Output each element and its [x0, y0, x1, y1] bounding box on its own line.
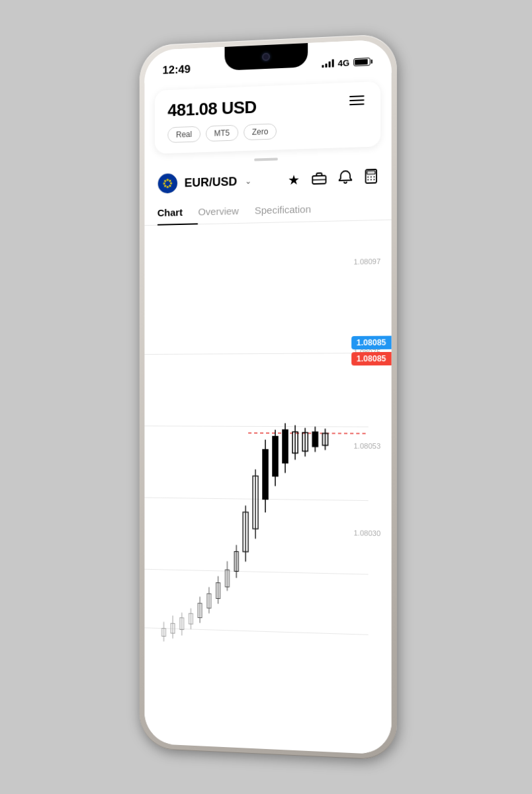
svg-point-18 [373, 179, 375, 180]
instrument-row: EUR/USD ⌄ ★ [144, 157, 391, 201]
signal-bar-2 [325, 64, 327, 67]
svg-line-9 [312, 179, 326, 180]
status-icons: 4G [322, 56, 373, 69]
svg-point-16 [367, 179, 369, 180]
notification-bell-icon[interactable] [339, 169, 352, 188]
signal-bar-3 [328, 62, 330, 67]
bid-price-badge: 1.08085 [351, 352, 392, 366]
battery-icon [353, 58, 373, 66]
tab-overview[interactable]: Overview [198, 198, 254, 224]
instrument-left: EUR/USD ⌄ [157, 171, 251, 195]
account-card: 481.08 USD Real MT5 Zero [155, 81, 380, 154]
account-balance: 481.08 USD [167, 97, 256, 121]
svg-marker-5 [163, 184, 167, 189]
chart-area[interactable]: 1.08097 1.08075 1.08053 1.08030 1.08085 … [144, 220, 391, 755]
tag-mt5[interactable]: MT5 [206, 125, 238, 142]
svg-rect-48 [263, 449, 268, 499]
network-label: 4G [337, 58, 349, 68]
battery-fill [355, 59, 367, 65]
flag-eu-background [158, 173, 177, 193]
calculator-icon[interactable] [365, 168, 378, 187]
svg-point-14 [371, 176, 372, 177]
tab-specification[interactable]: Specification [255, 197, 328, 223]
portfolio-icon[interactable] [312, 171, 326, 188]
svg-marker-6 [163, 182, 166, 185]
screen: 12:49 4G [144, 39, 391, 755]
svg-marker-3 [168, 184, 173, 189]
tab-chart[interactable]: Chart [157, 200, 199, 225]
instrument-actions: ★ [288, 168, 378, 189]
instrument-chevron-icon[interactable]: ⌄ [245, 177, 251, 186]
account-tags: Real MT5 Zero [167, 120, 367, 143]
svg-line-22 [144, 569, 368, 574]
battery-body [353, 58, 371, 66]
svg-rect-58 [312, 432, 318, 447]
svg-line-21 [144, 498, 368, 501]
svg-marker-1 [168, 179, 173, 183]
hamburger-line-3 [349, 103, 364, 105]
svg-point-13 [367, 176, 369, 177]
svg-point-15 [373, 176, 375, 177]
tag-real[interactable]: Real [167, 126, 200, 143]
svg-line-23 [144, 628, 368, 635]
notch [224, 43, 308, 71]
phone-frame: 12:49 4G [140, 34, 397, 761]
signal-bar-1 [322, 65, 324, 67]
svg-line-19 [144, 353, 368, 355]
svg-marker-2 [170, 182, 173, 185]
status-time: 12:49 [163, 63, 191, 77]
signal-bars-icon [322, 59, 333, 67]
candlestick-chart-svg [144, 220, 391, 755]
hamburger-line-2 [349, 99, 364, 101]
svg-marker-4 [166, 185, 169, 189]
phone-inner: 12:49 4G [144, 39, 391, 755]
hamburger-line-1 [349, 95, 364, 97]
eu-flag-stars-svg [161, 176, 175, 191]
hamburger-menu-button[interactable] [347, 93, 367, 108]
favorite-star-icon[interactable]: ★ [288, 171, 300, 188]
eu-flag-icon [157, 173, 178, 194]
svg-marker-0 [166, 178, 169, 181]
svg-rect-52 [283, 430, 288, 463]
side-volume-button[interactable] [397, 262, 400, 309]
signal-bar-4 [332, 59, 333, 67]
svg-marker-7 [163, 179, 167, 183]
instrument-name[interactable]: EUR/USD [185, 175, 238, 190]
battery-tip [371, 60, 373, 64]
svg-rect-50 [273, 437, 278, 476]
svg-point-17 [371, 179, 372, 180]
status-bar: 12:49 4G [144, 39, 391, 83]
ask-price-badge: 1.08085 [351, 335, 392, 349]
camera-dot [262, 53, 270, 62]
tag-zero[interactable]: Zero [244, 123, 277, 140]
svg-line-20 [144, 426, 368, 427]
account-header-row: 481.08 USD [167, 93, 367, 121]
